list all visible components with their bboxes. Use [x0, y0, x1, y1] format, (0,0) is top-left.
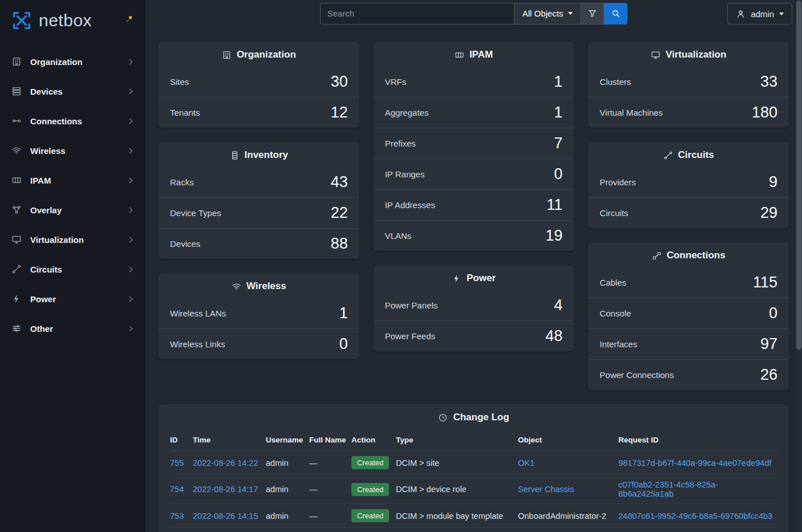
stat-label[interactable]: Device Types — [170, 208, 221, 218]
change-time-link[interactable]: 2022-08-26 14:22 — [193, 458, 258, 468]
stat-value: 1 — [554, 104, 562, 121]
stat-label[interactable]: Prefixes — [385, 139, 416, 148]
column-header-full-name: Full Name — [309, 430, 351, 451]
virtualization-icon — [651, 50, 661, 60]
sidebar-item-virtualization[interactable]: Virtualization — [0, 225, 145, 254]
stat-label[interactable]: Sites — [170, 77, 189, 87]
change-object-link[interactable]: Server Chassis — [518, 485, 574, 494]
sidebar-item-label: Other — [30, 324, 119, 334]
stat-row-devices: Devices 88 — [159, 228, 359, 259]
brand-wordmark: netbox — [39, 12, 92, 29]
stat-value: 0 — [769, 304, 777, 322]
sidebar-item-wireless[interactable]: Wireless — [0, 136, 145, 165]
sidebar-item-label: Organization — [30, 57, 119, 67]
sidebar-item-overlay[interactable]: Overlay — [0, 195, 145, 225]
column-header-request-id: Request ID — [618, 430, 777, 451]
dashboard-content: Organization Sites 30 Tenants 12 — [145, 27, 802, 532]
search-scope-label: All Objects — [522, 9, 564, 18]
stat-row-aggregates: Aggregates 1 — [374, 97, 574, 128]
sidebar-item-ipam[interactable]: IPAM — [0, 165, 145, 195]
dashboard-column-2: IPAM VRFs 1 Aggregates 1 Prefixes 7 — [374, 42, 574, 390]
change-request-id-link[interactable]: 24807c61-9952-49c6-b8a5-69760bfcc4b3 — [618, 511, 772, 521]
virtualization-icon — [11, 234, 22, 245]
change-log-header: Change Log — [159, 404, 789, 429]
stat-label[interactable]: Power Connections — [600, 370, 674, 380]
stat-value: 12 — [331, 104, 348, 121]
card-title: Circuits — [678, 149, 714, 161]
change-type: DCIM > device role — [396, 475, 518, 504]
stat-label[interactable]: Power Panels — [385, 300, 438, 310]
netbox-logo[interactable]: netbox — [0, 0, 145, 38]
filter-button[interactable] — [581, 3, 604, 25]
card-title: Virtualization — [666, 49, 726, 60]
stat-label[interactable]: Racks — [170, 177, 194, 187]
change-id-link[interactable]: 753 — [170, 511, 184, 521]
change-time-link[interactable]: 2022-08-26 14:15 — [193, 511, 258, 521]
scrollbar[interactable] — [796, 0, 802, 532]
change-time-link[interactable]: 2022-08-26 14:17 — [193, 485, 258, 494]
card-title: Inventory — [245, 149, 289, 161]
stat-label[interactable]: Console — [600, 308, 631, 318]
stat-row-virtual-machines: Virtual Machines 180 — [588, 97, 789, 128]
sidebar-pin-icon[interactable] — [125, 15, 134, 24]
stat-label[interactable]: Wireless Links — [170, 339, 225, 349]
stat-row-ip-ranges: IP Ranges 0 — [374, 159, 574, 189]
sidebar-item-devices[interactable]: Devices — [0, 76, 145, 106]
stat-label[interactable]: Power Feeds — [385, 331, 435, 341]
sidebar-item-circuits[interactable]: Circuits — [0, 254, 145, 284]
search-input[interactable] — [320, 3, 514, 25]
dashboard-column-1: Organization Sites 30 Tenants 12 — [159, 42, 359, 390]
change-full-name: — — [309, 475, 351, 504]
card-organization-header: Organization — [159, 42, 359, 66]
cable-icon — [652, 251, 662, 261]
stat-label[interactable]: Tenants — [170, 108, 200, 117]
sidebar-item-organization[interactable]: Organization — [0, 47, 145, 76]
stat-value: 9 — [769, 173, 777, 191]
stat-label[interactable]: Clusters — [600, 77, 631, 87]
dashboard-column-3: Virtualization Clusters 33 Virtual Machi… — [588, 42, 789, 390]
card-connections: Connections Cables 115 Console 0 Interfa… — [588, 242, 789, 390]
organization-icon — [11, 56, 22, 67]
stat-row-vlans: VLANs 19 — [374, 220, 574, 251]
column-header-time: Time — [193, 430, 266, 451]
sidebar-item-label: Connections — [30, 116, 119, 126]
change-username: admin — [266, 475, 309, 504]
change-request-id-link[interactable]: c07f0ab2-2351-4c58-825a-8b6a2425a1ab — [618, 480, 718, 498]
scrollbar-thumb[interactable] — [796, 1, 801, 350]
stat-label[interactable]: Cables — [600, 278, 626, 287]
chevron-right-icon — [127, 207, 133, 213]
stat-label[interactable]: Providers — [600, 177, 635, 187]
change-id-link[interactable]: 755 — [170, 458, 184, 468]
table-row: 755 2022-08-26 14:22 admin — Created DCI… — [170, 451, 777, 475]
stat-label[interactable]: Circuits — [600, 208, 628, 218]
action-badge: Created — [351, 483, 389, 496]
change-object-link[interactable]: OK1 — [518, 458, 534, 468]
stat-label[interactable]: VLANs — [385, 231, 412, 241]
stat-label[interactable]: Virtual Machines — [600, 108, 663, 117]
stat-label[interactable]: Interfaces — [600, 339, 637, 349]
sidebar-item-connections[interactable]: Connections — [0, 106, 145, 136]
change-log-table: ID Time Username Full Name Action Type O… — [170, 430, 777, 528]
stat-label[interactable]: Wireless LANs — [170, 308, 226, 318]
stat-value: 115 — [753, 274, 777, 291]
search-scope-dropdown[interactable]: All Objects — [514, 3, 582, 25]
sidebar-item-other[interactable]: Other — [0, 314, 145, 343]
change-request-id-link[interactable]: 9817317d-b67f-440a-99ca-4ae07ede94df — [618, 458, 771, 468]
wireless-icon — [11, 145, 22, 156]
stat-label[interactable]: VRFs — [385, 77, 407, 87]
user-menu-button[interactable]: admin — [727, 3, 792, 25]
change-full-name: — — [309, 451, 351, 475]
change-type: DCIM > site — [396, 451, 518, 475]
stat-label[interactable]: IP Addresses — [385, 200, 435, 210]
stat-row-tenants: Tenants 12 — [159, 97, 359, 128]
change-log-icon — [438, 413, 448, 423]
change-id-link[interactable]: 754 — [170, 485, 184, 494]
card-inventory: Inventory Racks 43 Device Types 22 Devic… — [159, 142, 359, 259]
search-submit-button[interactable] — [604, 3, 627, 25]
chevron-right-icon — [127, 266, 133, 272]
stat-label[interactable]: IP Ranges — [385, 169, 425, 179]
sidebar-item-power[interactable]: Power — [0, 284, 145, 314]
stat-label[interactable]: Aggregates — [385, 108, 429, 117]
stat-label[interactable]: Devices — [170, 239, 200, 249]
column-header-action: Action — [351, 430, 396, 451]
